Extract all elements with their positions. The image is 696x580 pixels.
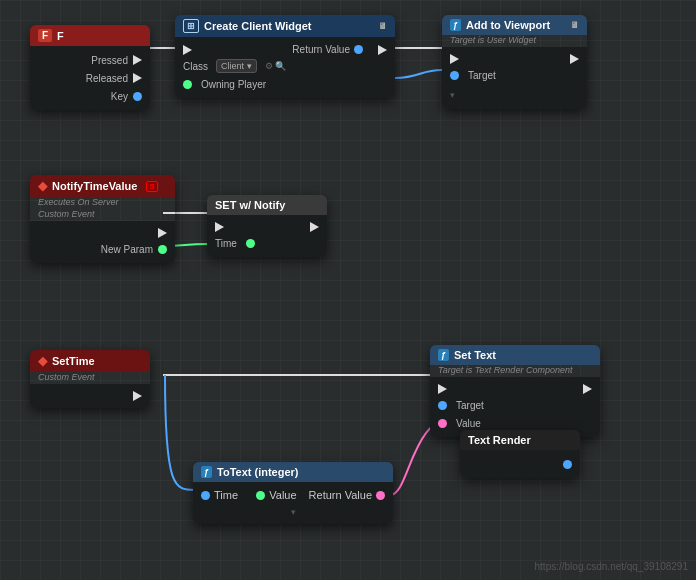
textrender-title: Text Render [468,434,531,446]
class-dropdown[interactable]: Client ▾ [216,59,257,73]
f-released-row: Released [30,69,150,87]
create-return-pin [354,45,363,54]
totext-title: ToText (integer) [217,466,298,478]
input-f-node: F F Pressed Released Key [30,25,150,110]
totext-return-label: Return Value [309,489,372,501]
settext-header: ƒ Set Text [430,345,600,365]
set-time-node: ◆ SetTime Custom Event [30,350,150,408]
settext-exec-in [438,384,447,394]
set-time-pin [246,239,255,248]
totext-time-source-pin [201,491,210,500]
settext-value-pin [438,419,447,428]
diamond-icon: ◆ [38,179,47,193]
totext-expand[interactable]: ▾ [291,507,296,517]
owning-label: Owning Player [201,79,266,90]
set-exec-out [310,222,319,232]
to-text-node: ƒ ToText (integer) Time Value Return Val… [193,462,393,524]
notify-subtitle1: Executes On Server [30,197,175,209]
widget-icon: ⊞ [183,19,199,33]
set-notify-header: SET w/ Notify [207,195,327,215]
settime-title: SetTime [52,355,95,367]
totext-time-label: Time [214,489,238,501]
set-exec-in [215,222,224,232]
create-widget-title: Create Client Widget [204,20,311,32]
add-viewport-header: ƒ Add to Viewport 🖥 [442,15,587,35]
pressed-pin [133,55,142,65]
settext-title: Set Text [454,349,496,361]
monitor-icon2: 🖥 [570,20,579,30]
set-notify-title: SET w/ Notify [215,199,285,211]
settime-header: ◆ SetTime [30,350,150,372]
released-pin [133,73,142,83]
create-owning-row: Owning Player [175,75,395,93]
f-node-title: F [57,30,64,42]
notify-time-value-node: ◆ NotifyTimeValue S Executes On Server C… [30,175,175,263]
f-key-row: Key [30,87,150,105]
totext-return-pin [376,491,385,500]
set-text-node: ƒ Set Text Target is Text Render Compone… [430,345,600,437]
create-exec-in [183,45,192,55]
viewport-target-row: Target [442,66,587,84]
set-w-notify-node: SET w/ Notify Time [207,195,327,257]
f-node-header: F F [30,25,150,46]
textrender-header: Text Render [460,430,580,450]
new-param-pin [158,245,167,254]
set-time-row: Time [207,234,327,252]
new-param-label: New Param [101,244,153,255]
key-label: Key [111,91,128,102]
class-icons[interactable]: ⚙ 🔍 [265,61,287,71]
create-widget-header: ⊞ Create Client Widget 🖥 [175,15,395,37]
settext-subtitle: Target is Text Render Component [430,365,600,377]
viewport-expand[interactable]: ▾ [450,90,455,100]
totext-value-pin [256,491,265,500]
totext-header: ƒ ToText (integer) [193,462,393,482]
pressed-label: Pressed [91,55,128,66]
key-pin [133,92,142,101]
create-client-widget-node: ⊞ Create Client Widget 🖥 Return Value Cl… [175,15,395,98]
textrender-out-pin [563,460,572,469]
settext-exec-out [583,384,592,394]
create-return-label: Return Value [292,44,350,55]
notify-subtitle2: Custom Event [30,209,175,221]
watermark: https://blog.csdn.net/qq_39108291 [535,561,688,572]
released-label: Released [86,73,128,84]
add-viewport-title: Add to Viewport [466,19,550,31]
viewport-target-label: Target [468,70,496,81]
settime-subtitle: Custom Event [30,372,150,384]
settext-target-pin [438,401,447,410]
set-time-label: Time [215,238,237,249]
viewport-target-pin [450,71,459,80]
settime-exec-out [133,391,142,401]
add-viewport-subtitle: Target is User Widget [442,35,587,47]
viewport-exec-out [570,54,579,64]
notify-title: NotifyTimeValue [52,180,137,192]
notify-newparam-row: New Param [30,240,175,258]
add-to-viewport-node: ƒ Add to Viewport 🖥 Target is User Widge… [442,15,587,109]
settime-diamond: ◆ [38,354,47,368]
f-icon: F [38,29,52,42]
text-render-node: Text Render [460,430,580,478]
notify-exec-out [158,228,167,238]
monitor-icon: 🖥 [378,21,387,31]
settext-target-label: Target [456,400,484,411]
settext-func-icon: ƒ [438,349,449,361]
settext-value-label: Value [456,418,481,429]
server-badge: S [146,181,157,192]
totext-value-label: Value [269,489,296,501]
notify-header: ◆ NotifyTimeValue S [30,175,175,197]
textrender-out-row [460,455,580,473]
func-icon: ƒ [450,19,461,31]
class-label: Class [183,61,208,72]
create-class-row: Class Client ▾ ⚙ 🔍 [175,57,395,75]
totext-func-icon: ƒ [201,466,212,478]
settext-target-row: Target [430,396,600,414]
f-pressed-row: Pressed [30,51,150,69]
create-exec-out [378,45,387,55]
viewport-exec-in [450,54,459,64]
owning-pin [183,80,192,89]
